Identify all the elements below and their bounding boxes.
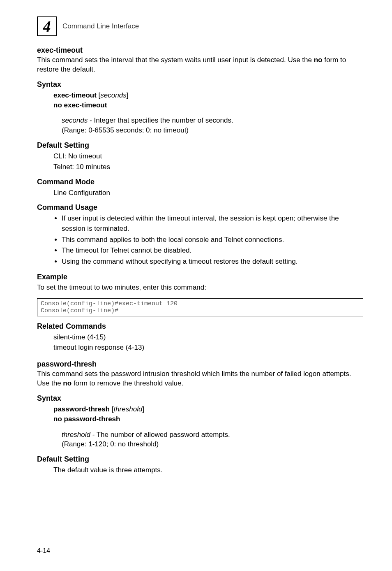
arg: threshold <box>113 405 142 413</box>
text: - Integer that specifies the number of s… <box>88 116 233 124</box>
range-text: (Range: 1-120; 0: no threshold) <box>62 440 159 448</box>
section-heading-password-thresh: password-thresh <box>37 360 363 369</box>
syntax-block: exec-timeout [seconds] no exec-timeout <box>53 91 363 110</box>
syntax-description: seconds - Integer that specifies the num… <box>62 116 363 135</box>
related-line: silent-time (4-15) <box>53 332 363 342</box>
exec-timeout-intro: This command sets the interval that the … <box>37 56 363 74</box>
page-header: 4 Command Line Interface <box>37 16 363 36</box>
no-keyword: no <box>314 56 323 64</box>
no-keyword: no <box>63 379 71 387</box>
example-text: To set the timeout to two minutes, enter… <box>37 283 363 292</box>
default-line: Telnet: 10 minutes <box>53 162 363 172</box>
example-heading: Example <box>37 273 363 281</box>
default-line: CLI: No timeout <box>53 151 363 161</box>
arg: seconds <box>62 116 88 124</box>
default-line: The default value is three attempts. <box>53 465 363 475</box>
command-mode-heading: Command Mode <box>37 178 363 186</box>
password-thresh-intro: This command sets the password intrusion… <box>37 369 363 388</box>
mode-line: Line Configuration <box>53 188 363 198</box>
range-text: (Range: 0-65535 seconds; 0: no timeout) <box>62 126 189 134</box>
list-item: Using the command without specifying a t… <box>62 257 363 267</box>
syntax-description: threshold - The number of allowed passwo… <box>62 430 363 450</box>
cmd: password-thresh <box>53 405 110 413</box>
header-title: Command Line Interface <box>62 22 139 30</box>
code-example: Console(config-line)#exec-timeout 120 Co… <box>37 298 363 316</box>
list-item: The timeout for Telnet cannot be disable… <box>62 246 363 256</box>
cmd: exec-timeout <box>53 91 97 99</box>
related-line: timeout login response (4-13) <box>53 343 363 353</box>
cmd: no password-thresh <box>53 415 120 423</box>
list-item: This command applies to both the local c… <box>62 235 363 245</box>
syntax-heading: Syntax <box>37 80 363 89</box>
usage-bullet-list: If user input is detected within the tim… <box>53 214 363 267</box>
syntax-heading: Syntax <box>37 394 363 403</box>
arg: seconds <box>100 91 126 99</box>
cmd: no exec-timeout <box>53 101 107 109</box>
list-item: If user input is detected within the tim… <box>62 214 363 234</box>
section-heading-exec-timeout: exec-timeout <box>37 46 363 55</box>
command-usage-heading: Command Usage <box>37 203 363 212</box>
text: form to remove the threshold value. <box>71 379 183 387</box>
syntax-block: password-thresh [threshold] no password-… <box>53 404 363 424</box>
text: - The number of allowed password attempt… <box>90 431 230 439</box>
text: This command sets the interval that the … <box>37 56 314 64</box>
arg: threshold <box>62 431 90 439</box>
default-setting-heading: Default Setting <box>37 141 363 150</box>
page-number: 4-14 <box>37 547 50 555</box>
chapter-box: 4 <box>37 16 57 36</box>
default-setting-heading: Default Setting <box>37 455 363 464</box>
related-commands-heading: Related Commands <box>37 322 363 331</box>
